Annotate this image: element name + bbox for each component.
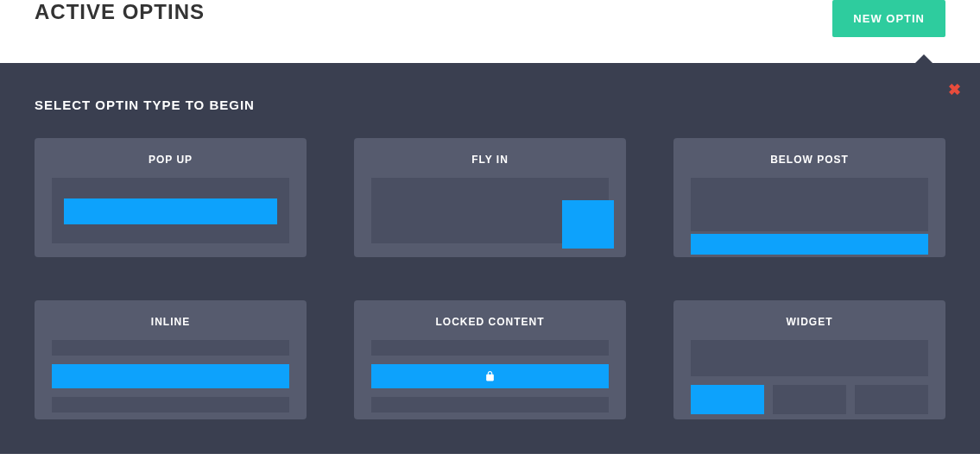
flyin-preview-icon	[371, 178, 609, 243]
card-title: INLINE	[52, 316, 289, 328]
page-title: ACTIVE OPTINS	[35, 0, 205, 24]
popup-preview-icon	[52, 178, 289, 243]
close-icon[interactable]: ✖	[948, 82, 961, 98]
card-title: POP UP	[52, 154, 289, 166]
card-title: FLY IN	[371, 154, 609, 166]
optin-type-popup[interactable]: POP UP	[35, 138, 307, 257]
panel-title: SELECT OPTIN TYPE TO BEGIN	[35, 98, 945, 112]
optin-type-flyin[interactable]: FLY IN	[354, 138, 626, 257]
inline-preview-icon	[52, 340, 289, 412]
widget-preview-icon	[691, 340, 928, 414]
card-title: WIDGET	[691, 316, 928, 328]
locked-preview-icon	[371, 340, 609, 412]
optin-type-panel: ✖ SELECT OPTIN TYPE TO BEGIN POP UP FLY …	[0, 63, 980, 454]
belowpost-preview-icon	[691, 178, 928, 255]
card-title: BELOW POST	[691, 154, 928, 166]
card-title: LOCKED CONTENT	[371, 316, 609, 328]
optin-type-belowpost[interactable]: BELOW POST	[673, 138, 945, 257]
new-optin-button[interactable]: NEW OPTIN	[832, 0, 945, 37]
lock-icon	[484, 369, 496, 383]
optin-type-locked[interactable]: LOCKED CONTENT	[354, 300, 626, 419]
optin-type-inline[interactable]: INLINE	[35, 300, 307, 419]
optin-type-widget[interactable]: WIDGET	[673, 300, 945, 419]
panel-arrow-icon	[915, 54, 933, 63]
